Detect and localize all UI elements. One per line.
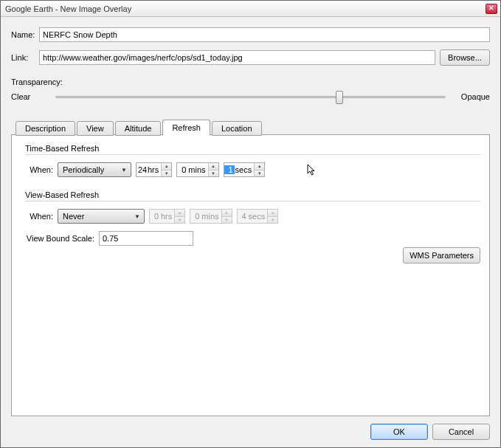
time-hours-spinner[interactable]: 24 hrs ▲▼	[136, 162, 172, 177]
browse-button[interactable]: Browse...	[440, 49, 490, 66]
chevron-up-icon: ▲	[222, 210, 232, 216]
transparency-opaque-label: Opaque	[446, 92, 490, 101]
chevron-down-icon: ▼	[132, 213, 142, 220]
tab-description[interactable]: Description	[15, 121, 75, 136]
transparency-clear-label: Clear	[11, 92, 55, 101]
name-input[interactable]	[39, 27, 490, 42]
when-label-time: When:	[25, 165, 58, 174]
window-title: Google Earth - New Image Overlay	[5, 4, 486, 13]
transparency-slider[interactable]	[55, 89, 446, 104]
tab-content-refresh: Time-Based Refresh When: Periodically ▼ …	[11, 134, 490, 416]
view-secs-spinner: 4 secs ▲▼	[237, 209, 279, 224]
chevron-down-icon: ▼	[268, 216, 277, 224]
time-when-dropdown[interactable]: Periodically ▼	[58, 162, 131, 177]
cancel-button[interactable]: Cancel	[432, 424, 490, 440]
tab-refresh[interactable]: Refresh	[162, 120, 210, 136]
dialog-content: Name: Link: Browse... Transparency: Clea…	[1, 17, 500, 447]
chevron-up-icon: ▲	[268, 210, 277, 216]
link-row: Link: Browse...	[11, 49, 490, 66]
view-mins-spinner: 0 mins ▲▼	[190, 209, 232, 224]
dialog-footer: OK Cancel	[11, 416, 490, 440]
slider-thumb[interactable]	[336, 91, 343, 104]
transparency-block: Transparency: Clear Opaque	[11, 77, 490, 104]
time-based-label: Time-Based Refresh	[25, 144, 480, 153]
time-based-section: Time-Based Refresh When: Periodically ▼ …	[21, 144, 480, 177]
view-based-label: View-Based Refresh	[25, 190, 480, 199]
time-mins-spinner[interactable]: 0 mins ▲▼	[176, 162, 218, 177]
tab-altitude[interactable]: Altitude	[115, 121, 162, 136]
tabs: Description View Altitude Refresh Locati…	[11, 119, 490, 135]
chevron-down-icon[interactable]: ▼	[162, 170, 171, 177]
when-label-view: When:	[25, 212, 58, 221]
link-label: Link:	[11, 53, 39, 62]
chevron-down-icon[interactable]: ▼	[255, 170, 264, 177]
chevron-up-icon[interactable]: ▲	[255, 163, 264, 170]
tab-location[interactable]: Location	[212, 121, 262, 136]
wms-parameters-button[interactable]: WMS Parameters	[403, 247, 480, 263]
name-label: Name:	[11, 30, 39, 39]
link-input[interactable]	[39, 50, 435, 65]
view-based-section: View-Based Refresh When: Never ▼ 0 hrs ▲…	[21, 190, 480, 246]
view-bound-scale-label: View Bound Scale:	[25, 234, 99, 243]
transparency-label: Transparency:	[11, 77, 490, 86]
divider	[25, 154, 480, 155]
ok-button[interactable]: OK	[370, 424, 428, 440]
view-bound-scale-input[interactable]	[99, 231, 193, 246]
view-hours-spinner: 0 hrs ▲▼	[149, 209, 185, 224]
chevron-down-icon: ▼	[175, 216, 184, 224]
view-when-dropdown[interactable]: Never ▼	[58, 209, 145, 224]
time-secs-spinner[interactable]: 1 secs ▲▼	[224, 162, 266, 177]
name-row: Name:	[11, 27, 490, 42]
chevron-up-icon[interactable]: ▲	[209, 163, 218, 170]
chevron-down-icon[interactable]: ▼	[209, 170, 218, 177]
chevron-down-icon: ▼	[119, 167, 129, 173]
transparency-slider-row: Clear Opaque	[11, 89, 490, 104]
dialog-window: Google Earth - New Image Overlay ✕ Name:…	[0, 0, 501, 448]
chevron-up-icon[interactable]: ▲	[162, 163, 171, 170]
chevron-down-icon: ▼	[222, 216, 232, 224]
chevron-up-icon: ▲	[175, 210, 184, 216]
divider	[25, 201, 480, 201]
tab-view[interactable]: View	[77, 121, 114, 136]
close-icon[interactable]: ✕	[486, 4, 497, 14]
titlebar[interactable]: Google Earth - New Image Overlay ✕	[1, 1, 500, 17]
